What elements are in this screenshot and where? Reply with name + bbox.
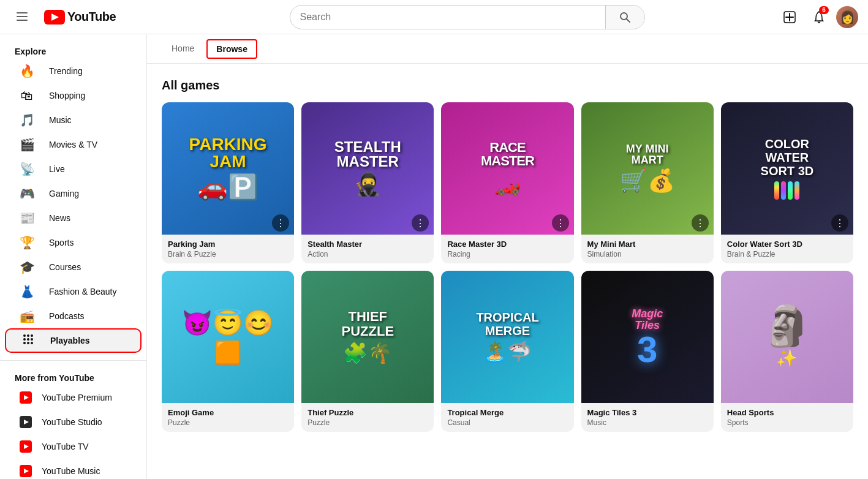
youtube-wordmark: YouTube: [67, 10, 116, 24]
game-name-colorwater: Color Water Sort 3D: [727, 240, 847, 249]
header-center: [157, 5, 777, 29]
music-icon: 🎵: [20, 113, 34, 127]
sidebar-item-label-movies: Movies & TV: [49, 140, 97, 149]
game-card-colorwater[interactable]: COLORWATERSORT 3D ⋮ Color Water Sort 3D: [721, 102, 853, 263]
game-name-head: Head Sports: [727, 408, 847, 417]
live-icon: 📡: [20, 162, 34, 176]
svg-point-12: [27, 338, 29, 341]
game-card-tiles[interactable]: MagicTiles 3 Magic Tiles 3 Music: [581, 271, 714, 432]
explore-section-title: Explore: [0, 42, 146, 59]
game-genre-stealth: Action: [308, 250, 428, 258]
sidebar-item-label-podcasts: Podcasts: [49, 311, 85, 321]
sidebar-item-movies[interactable]: 🎬 Movies & TV: [5, 132, 142, 157]
sidebar-divider: [0, 360, 146, 361]
game-genre-emoji: Puzzle: [168, 418, 288, 427]
sidebar-item-fashion[interactable]: 👗 Fashion & Beauty: [5, 279, 142, 304]
sidebar-item-sports[interactable]: 🏆 Sports: [5, 230, 142, 255]
game-card-tropical[interactable]: TROPICALMERGE 🏝️🦈 Tropical Merge Casual: [441, 271, 573, 432]
main-layout: Explore 🔥 Trending 🛍 Shopping 🎵 Music 🎬 …: [0, 34, 868, 479]
game-more-btn-minimart[interactable]: ⋮: [692, 214, 709, 232]
sidebar-item-music[interactable]: 🎵 Music: [5, 108, 142, 132]
youtube-play-icon: [51, 13, 59, 21]
gaming-icon: 🎮: [20, 186, 34, 201]
hamburger-menu[interactable]: [10, 5, 34, 29]
sidebar-item-yt-premium[interactable]: YouTube Premium: [5, 385, 142, 410]
search-input[interactable]: [290, 12, 605, 23]
yt-premium-label: YouTube Premium: [42, 393, 112, 402]
game-more-btn-race[interactable]: ⋮: [552, 214, 569, 232]
youtube-logo-icon: [44, 10, 65, 25]
game-card-stealth-master[interactable]: STEALTHMASTER 🥷 ⋮ Stealth Master Action: [301, 102, 434, 263]
all-games-title: All games: [162, 78, 853, 92]
game-card-head[interactable]: 🗿 ✨ Head Sports Sports: [721, 271, 853, 432]
sidebar-item-yt-music[interactable]: YouTube Music: [5, 459, 142, 479]
sidebar-item-yt-tv[interactable]: YouTube TV: [5, 434, 142, 459]
game-thumb-head: 🗿 ✨: [721, 271, 853, 403]
game-thumb-parking-jam: PARKINGJAM 🚗🅿️: [162, 102, 294, 235]
game-thumb-thief: THIEFPUZZLE 🧩🌴: [301, 271, 434, 403]
courses-icon: 🎓: [20, 260, 34, 274]
sidebar-item-label-news: News: [49, 213, 70, 223]
trending-icon: 🔥: [20, 64, 34, 78]
tab-home[interactable]: Home: [162, 34, 204, 64]
sports-icon: 🏆: [20, 235, 34, 250]
sidebar-item-label-shopping: Shopping: [49, 91, 85, 100]
game-thumb-emoji: 😈😇😊 🟧: [162, 271, 294, 403]
more-section-title: More from YouTube: [0, 368, 146, 385]
game-genre-head: Sports: [727, 418, 847, 427]
game-card-race-master[interactable]: RACEMASTER 🏎️ ⋮ Race Master 3D Racing: [441, 102, 573, 263]
game-card-parking-jam[interactable]: PARKINGJAM 🚗🅿️ ⋮ Parking Jam Brain & Puz…: [162, 102, 294, 263]
games-section: All games PARKINGJAM 🚗🅿️ ⋮ Parking Jam B…: [147, 64, 868, 447]
games-grid-row2: 😈😇😊 🟧 Emoji Game Puzzle THIEFPUZZLE: [162, 271, 853, 432]
game-card-thief[interactable]: THIEFPUZZLE 🧩🌴 Thief Puzzle Puzzle: [301, 271, 434, 432]
search-icon: [619, 11, 631, 23]
sidebar-item-shopping[interactable]: 🛍 Shopping: [5, 83, 142, 108]
svg-rect-0: [17, 12, 28, 13]
create-button[interactable]: [777, 5, 802, 29]
game-card-emoji[interactable]: 😈😇😊 🟧 Emoji Game Puzzle: [162, 271, 294, 432]
sidebar-item-podcasts[interactable]: 📻 Podcasts: [5, 304, 142, 328]
game-info-tropical: Tropical Merge Casual: [441, 403, 573, 432]
svg-point-16: [31, 342, 33, 344]
game-info-parking-jam: Parking Jam Brain & Puzzle: [162, 235, 294, 263]
game-more-btn-colorwater[interactable]: ⋮: [831, 214, 848, 232]
sidebar-item-courses[interactable]: 🎓 Courses: [5, 255, 142, 279]
game-card-minimart[interactable]: MY MINIMART 🛒💰 ⋮ My Mini Mart Simulation: [581, 102, 714, 263]
game-name-parking-jam: Parking Jam: [168, 240, 288, 249]
youtube-logo[interactable]: YouTube: [44, 10, 116, 25]
search-button[interactable]: [605, 5, 644, 29]
game-thumb-race: RACEMASTER 🏎️: [441, 102, 573, 235]
sidebar-item-yt-studio[interactable]: YouTube Studio: [5, 410, 142, 434]
game-genre-colorwater: Brain & Puzzle: [727, 250, 847, 258]
game-genre-minimart: Simulation: [587, 250, 708, 258]
tab-browse[interactable]: Browse: [206, 39, 257, 59]
sidebar-item-playables[interactable]: Playables: [5, 328, 142, 353]
tab-browse-label: Browse: [216, 44, 247, 54]
notification-badge: 6: [819, 6, 829, 14]
sidebar-item-news[interactable]: 📰 News: [5, 206, 142, 230]
game-name-stealth: Stealth Master: [308, 240, 428, 249]
avatar-image: 👩: [840, 10, 855, 25]
sidebar-item-label-gaming: Gaming: [49, 189, 79, 198]
sidebar-item-label-music: Music: [49, 115, 72, 125]
game-info-emoji: Emoji Game Puzzle: [162, 403, 294, 432]
svg-point-13: [31, 338, 33, 341]
sidebar-item-label-playables: Playables: [50, 336, 90, 345]
sidebar-item-trending[interactable]: 🔥 Trending: [5, 59, 142, 83]
game-info-colorwater: Color Water Sort 3D Brain & Puzzle: [721, 235, 853, 263]
create-icon: [783, 10, 796, 24]
sidebar-item-live[interactable]: 📡 Live: [5, 157, 142, 181]
sidebar-item-gaming[interactable]: 🎮 Gaming: [5, 181, 142, 206]
notifications-button[interactable]: 6: [807, 5, 831, 29]
game-genre-tropical: Casual: [447, 418, 567, 427]
svg-point-14: [23, 342, 26, 344]
search-bar: [290, 5, 645, 29]
header-left: YouTube: [10, 5, 157, 29]
yt-studio-label: YouTube Studio: [42, 417, 102, 427]
yt-premium-icon: [20, 391, 32, 404]
hamburger-icon: [17, 10, 28, 24]
yt-tv-label: YouTube TV: [42, 442, 89, 451]
game-info-race: Race Master 3D Racing: [441, 235, 573, 263]
game-genre-race: Racing: [447, 250, 567, 258]
user-avatar[interactable]: 👩: [836, 6, 858, 28]
